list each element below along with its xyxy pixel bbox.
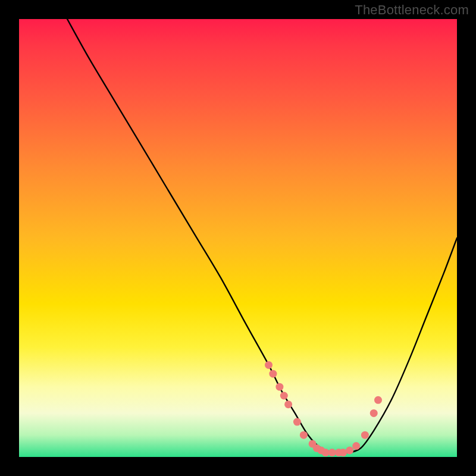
marker-dot xyxy=(352,442,360,450)
bottleneck-curve xyxy=(67,19,457,453)
marker-dot xyxy=(339,449,347,456)
marker-dot xyxy=(346,447,353,455)
marker-dot xyxy=(370,409,378,417)
marker-dot xyxy=(269,370,277,378)
highlight-points xyxy=(265,361,382,456)
marker-dot xyxy=(374,396,382,404)
marker-dot xyxy=(328,449,336,456)
plot-area xyxy=(19,19,457,457)
marker-dot xyxy=(280,392,288,400)
marker-dot xyxy=(361,431,369,439)
chart-stage: TheBottleneck.com xyxy=(0,0,476,476)
watermark-text: TheBottleneck.com xyxy=(355,2,469,18)
marker-dot xyxy=(275,383,283,391)
curve-layer xyxy=(19,19,457,457)
marker-dot xyxy=(284,400,292,408)
marker-dot xyxy=(300,431,308,439)
marker-dot xyxy=(265,361,273,369)
marker-dot xyxy=(293,418,301,426)
